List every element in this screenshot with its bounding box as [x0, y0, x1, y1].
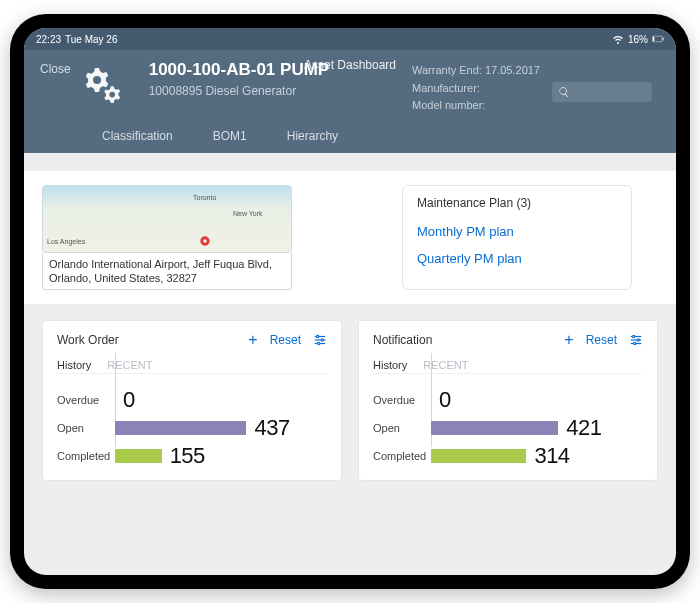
bar-label-completed: Completed	[373, 450, 431, 462]
close-button[interactable]: Close	[40, 60, 71, 76]
search-icon	[558, 86, 570, 98]
card-title: Work Order	[57, 333, 119, 347]
wifi-icon	[612, 33, 624, 45]
maintenance-plan-card: Maintenance Plan (3) Monthly PM plan Qua…	[402, 185, 632, 291]
bar-label-completed: Completed	[57, 450, 115, 462]
content: Toronto New York Los Angeles Orlando Int…	[24, 153, 676, 545]
asset-subtitle: 10008895 Diesel Generator	[149, 84, 402, 98]
bar-label-open: Open	[57, 422, 115, 434]
notification-card: Notification + Reset History RECENT	[358, 320, 658, 481]
bar-value: 421	[566, 415, 601, 441]
bar-value: 437	[254, 415, 289, 441]
add-button[interactable]: +	[564, 331, 573, 349]
svg-point-16	[634, 343, 636, 345]
asset-meta: Warranty End: 17.05.2017 Manufacturer: M…	[412, 62, 540, 115]
maintenance-plan-heading: Maintenance Plan (3)	[417, 196, 617, 210]
svg-point-10	[318, 343, 320, 345]
screen: 22:23 Tue May 26 16% Asset Dashboard Clo…	[24, 28, 676, 575]
manufacturer: Manufacturer:	[412, 80, 540, 98]
location-address: Orlando International Airport, Jeff Fuqu…	[42, 253, 292, 291]
battery-percent: 16%	[628, 34, 648, 45]
gears-icon	[81, 62, 129, 110]
svg-point-8	[317, 336, 319, 338]
status-date: Tue May 26	[65, 34, 117, 45]
tab-hierarchy[interactable]: Hierarchy	[287, 129, 338, 143]
tab-bom[interactable]: BOM1	[213, 129, 247, 143]
map-thumbnail[interactable]: Toronto New York Los Angeles	[42, 185, 292, 253]
header-tabs: Classification BOM1 Hierarchy	[102, 129, 660, 153]
reset-button[interactable]: Reset	[586, 333, 617, 347]
svg-point-15	[637, 339, 639, 341]
svg-point-14	[633, 336, 635, 338]
subtab-history[interactable]: History	[57, 359, 91, 371]
bar-label-overdue: Overdue	[57, 394, 115, 406]
bar-value: 314	[534, 443, 569, 469]
svg-rect-1	[653, 37, 655, 41]
map-city-toronto: Toronto	[193, 194, 216, 201]
bar-value: 0	[123, 387, 135, 413]
bar-label-overdue: Overdue	[373, 394, 431, 406]
card-title: Notification	[373, 333, 432, 347]
map-pin-icon	[198, 234, 212, 248]
overview-row: Toronto New York Los Angeles Orlando Int…	[24, 171, 676, 305]
maintenance-plan-item[interactable]: Quarterly PM plan	[417, 245, 617, 272]
svg-point-4	[203, 239, 207, 243]
bar-value: 155	[170, 443, 205, 469]
status-time: 22:23	[36, 34, 61, 45]
svg-point-9	[321, 339, 323, 341]
model-number: Model number:	[412, 97, 540, 115]
work-order-chart: Overdue 0 Open 437 Completed 155	[57, 386, 327, 470]
page-title: Asset Dashboard	[304, 58, 396, 72]
warranty-end: Warranty End: 17.05.2017	[412, 62, 540, 80]
map-city-la: Los Angeles	[47, 238, 85, 245]
bar-value: 0	[439, 387, 451, 413]
cards-row: Work Order + Reset History RECENT Ov	[24, 304, 676, 481]
subtab-history[interactable]: History	[373, 359, 407, 371]
tablet-frame: 22:23 Tue May 26 16% Asset Dashboard Clo…	[10, 14, 690, 589]
battery-icon	[652, 33, 664, 45]
svg-rect-2	[663, 38, 664, 41]
work-order-card: Work Order + Reset History RECENT Ov	[42, 320, 342, 481]
settings-icon[interactable]	[629, 333, 643, 347]
search-input[interactable]	[552, 82, 652, 102]
add-button[interactable]: +	[248, 331, 257, 349]
notification-chart: Overdue 0 Open 421 Completed 314	[373, 386, 643, 470]
tab-classification[interactable]: Classification	[102, 129, 173, 143]
maintenance-plan-item[interactable]: Monthly PM plan	[417, 218, 617, 245]
settings-icon[interactable]	[313, 333, 327, 347]
bar-label-open: Open	[373, 422, 431, 434]
reset-button[interactable]: Reset	[270, 333, 301, 347]
location-card[interactable]: Toronto New York Los Angeles Orlando Int…	[42, 185, 292, 291]
status-bar: 22:23 Tue May 26 16%	[24, 28, 676, 50]
map-city-newyork: New York	[233, 210, 263, 217]
